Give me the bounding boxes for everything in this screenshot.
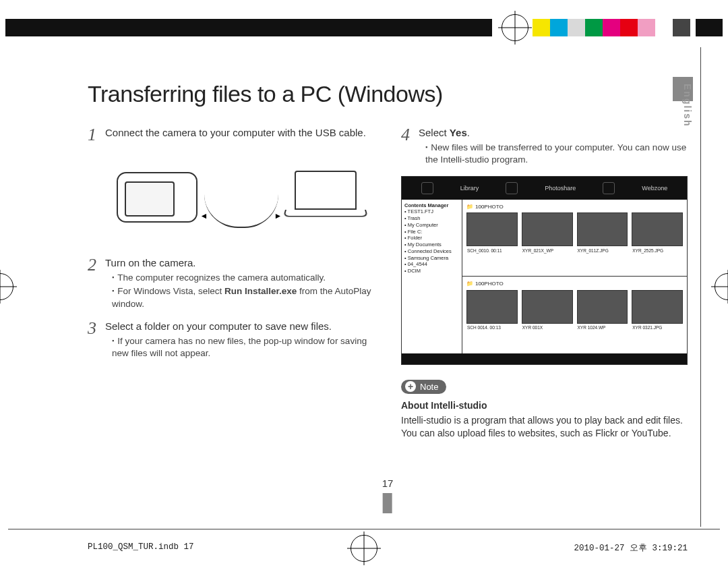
sidebar-item: • Samsung Camera bbox=[404, 255, 459, 262]
right-column: 4 Select Yes. New files will be transfer… bbox=[401, 126, 688, 440]
step-number: 4 bbox=[401, 126, 419, 168]
step-text: Connect the camera to your computer with… bbox=[105, 126, 374, 144]
app-main: 📁100PHOTO SCH_0010. 00:11XYR_021X_WPXYR_… bbox=[462, 200, 687, 353]
step-number: 2 bbox=[88, 256, 105, 312]
intelli-studio-screenshot: Library Photoshare Webzone Contents Mana… bbox=[401, 176, 688, 365]
sidebar-item: • TEST1.FTJ bbox=[404, 208, 459, 215]
left-column: 1 Connect the camera to your computer wi… bbox=[88, 126, 374, 440]
step-number: 3 bbox=[88, 320, 105, 362]
bullet: If your camera has no new files, the pop… bbox=[112, 335, 374, 360]
thumbnail: SCH_0010. 00:11 bbox=[466, 212, 518, 246]
footer-filename: PL100_QSM_TUR.indb 17 bbox=[88, 542, 194, 554]
thumbnail: XYR_2525.JPG bbox=[632, 212, 683, 246]
note-label: Note bbox=[420, 381, 438, 393]
thumbnail: XYR_011Z.JPG bbox=[577, 212, 628, 246]
folder-label: 100PHOTO bbox=[475, 204, 504, 211]
language-tab: English bbox=[682, 84, 693, 127]
registration-target-top bbox=[502, 14, 528, 41]
step-3: 3 Select a folder on your computer to sa… bbox=[88, 320, 374, 362]
crop-line-right bbox=[700, 47, 701, 527]
step-1: 1 Connect the camera to your computer wi… bbox=[88, 126, 374, 144]
registration-target-right bbox=[715, 273, 728, 300]
bullet: For Windows Vista, select Run Installer.… bbox=[112, 285, 374, 310]
app-tabs: Library Photoshare Webzone bbox=[402, 177, 687, 200]
note-text: Intelli-studio is a program that allows … bbox=[401, 414, 688, 440]
thumbnail: XYR 0321.JPG bbox=[632, 290, 683, 324]
sidebar-title: Contents Manager bbox=[404, 202, 459, 209]
app-tab: Photoshare bbox=[545, 184, 576, 192]
thumbnail: XYR 001X bbox=[522, 290, 573, 324]
crop-line-bottom bbox=[8, 529, 720, 529]
sidebar-item: • My Computer bbox=[404, 222, 459, 229]
app-tab: Library bbox=[460, 184, 479, 192]
step-text: Turn on the camera. bbox=[105, 257, 196, 268]
folder-label: 100PHOTO bbox=[475, 281, 504, 288]
page-content: English Transferring files to a PC (Wind… bbox=[88, 81, 688, 520]
thumbnail: XYR 1024.WP bbox=[577, 290, 628, 324]
step-text: Select a folder on your computer to save… bbox=[105, 320, 332, 332]
step-number: 1 bbox=[88, 126, 105, 144]
sidebar-item: • File C: bbox=[404, 229, 459, 235]
bullet: New files will be transferred to your co… bbox=[425, 142, 688, 166]
page-number: 17 bbox=[382, 478, 394, 489]
sidebar-item: • Folder bbox=[404, 235, 459, 241]
registration-bar bbox=[0, 19, 728, 36]
sidebar-item: • 04_4544 bbox=[404, 261, 459, 268]
plus-icon: + bbox=[405, 381, 416, 392]
app-tab: Webzone bbox=[642, 184, 667, 192]
note-badge: + Note bbox=[401, 380, 446, 395]
bullet: The computer recognizes the camera autom… bbox=[112, 272, 374, 284]
step-4: 4 Select Yes. New files will be transfer… bbox=[401, 126, 688, 168]
page-number-block: 17 bbox=[382, 478, 394, 513]
sidebar-item: • Connected Devices bbox=[404, 248, 459, 255]
print-footer: PL100_QSM_TUR.indb 17 2010-01-27 오후 3:19… bbox=[88, 542, 688, 554]
app-sidebar: Contents Manager • TEST1.FTJ• Trash• My … bbox=[402, 200, 462, 353]
thumbnail: XYR_021X_WP bbox=[522, 212, 573, 246]
camera-icon bbox=[117, 172, 198, 223]
footer-timestamp: 2010-01-27 오후 3:19:21 bbox=[574, 542, 688, 554]
thumbnail: SCH 0014. 00:13 bbox=[466, 290, 518, 324]
connection-illustration bbox=[108, 152, 374, 243]
page-title: Transferring files to a PC (Windows) bbox=[88, 81, 688, 107]
laptop-icon bbox=[285, 171, 366, 225]
registration-target-left bbox=[0, 273, 13, 300]
step-text: Select Yes. bbox=[419, 127, 470, 138]
sidebar-item: • DCIM bbox=[404, 268, 459, 275]
note-title: About Intelli-studio bbox=[401, 399, 688, 412]
sidebar-item: • Trash bbox=[404, 215, 459, 222]
sidebar-item: • My Documents bbox=[404, 241, 459, 248]
step-2: 2 Turn on the camera. The computer recog… bbox=[88, 256, 374, 312]
usb-cable-icon bbox=[204, 194, 278, 228]
